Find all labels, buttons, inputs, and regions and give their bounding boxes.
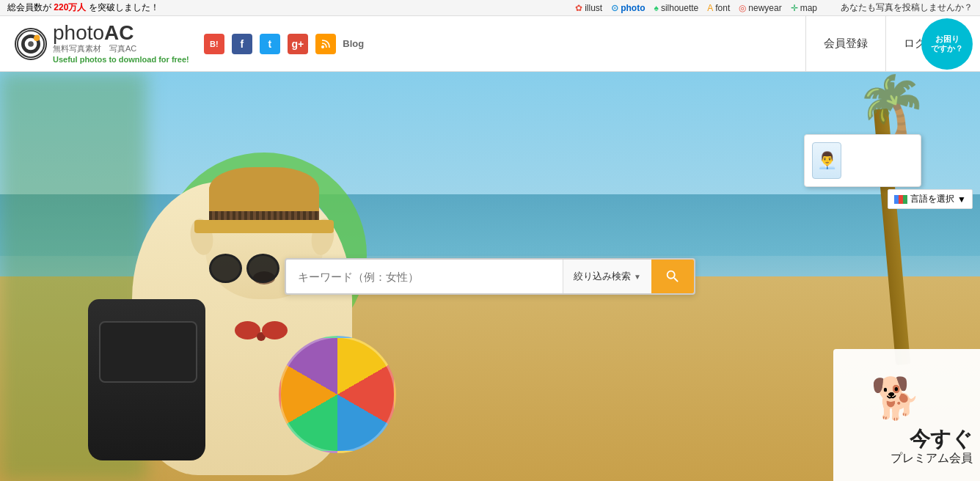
svg-point-1 (23, 37, 37, 51)
nav-newyear-link[interactable]: ◎ newyear (739, 3, 781, 13)
bow-tie (235, 321, 288, 342)
register-button[interactable]: 会員登録 (805, 16, 885, 72)
logo-name: photoAC (53, 23, 189, 43)
premium-banner[interactable]: 🐕 今すぐ プレミアム会員 (833, 349, 980, 481)
facebook-button[interactable]: f (232, 34, 252, 54)
beach-ball (279, 336, 396, 453)
map-icon: ✛ (791, 3, 798, 13)
nav-illust-link[interactable]: ✿ illust (575, 3, 602, 13)
sunglasses (209, 254, 279, 283)
glass-right (246, 254, 279, 283)
help-popup-inner: 👨‍💼 (812, 142, 913, 179)
social-links: B! f t g+ Blog (204, 34, 364, 54)
helper-avatar: 👨‍💼 (812, 142, 841, 179)
logo-area[interactable]: photoAC 無料写真素材 写真AC Useful photos to dow… (15, 23, 189, 65)
announcement-text: 総会員数が 220万人 を突破しました！ (7, 1, 575, 14)
hero-area: 🌴 絞り込み検索 👨‍💼 言語を選択 ▼ (0, 72, 980, 481)
logo-text-area: photoAC 無料写真素材 写真AC Useful photos to dow… (53, 23, 189, 65)
google-translate-icon (894, 195, 907, 204)
svg-point-2 (28, 41, 34, 47)
silhouette-icon: ♠ (654, 3, 659, 13)
rss-button[interactable] (315, 34, 336, 54)
language-selector[interactable]: 言語を選択 ▼ (888, 189, 973, 209)
nav-silhouette-link[interactable]: ♠ silhouette (654, 3, 699, 13)
logo-subtitle: 無料写真素材 写真AC Useful photos to download fo… (53, 43, 189, 65)
nav-map-link[interactable]: ✛ map (791, 3, 817, 13)
upload-link[interactable]: あなたも写真を投稿しませんか？ (841, 1, 973, 14)
svg-rect-7 (903, 195, 907, 204)
palm-tree: 🌴 (848, 72, 936, 365)
svg-point-3 (34, 34, 40, 40)
premium-dog: 🐕 (871, 375, 921, 422)
logo-icon (15, 28, 47, 60)
search-icon (665, 268, 681, 284)
help-button[interactable]: お困り ですか？ (921, 18, 973, 70)
search-input[interactable] (286, 260, 563, 293)
header: photoAC 無料写真素材 写真AC Useful photos to dow… (0, 16, 980, 72)
photo-icon: ⊙ (611, 3, 618, 13)
svg-rect-6 (899, 195, 903, 204)
dog-hat (194, 167, 334, 233)
svg-rect-5 (894, 195, 899, 204)
filter-button[interactable]: 絞り込み検索 (563, 260, 651, 293)
nav-photo-link[interactable]: ⊙ photo (611, 3, 645, 13)
glass-left (209, 254, 242, 283)
backpack (88, 299, 205, 460)
font-icon: A (707, 3, 713, 13)
search-box: 絞り込み検索 (285, 258, 695, 295)
help-popup: 👨‍💼 (804, 134, 921, 187)
googleplus-button[interactable]: g+ (288, 34, 308, 54)
twitter-button[interactable]: t (260, 34, 280, 54)
illust-icon: ✿ (575, 3, 582, 13)
top-nav-links: ✿ illust ⊙ photo ♠ silhouette A font ◎ n… (575, 1, 973, 14)
newyear-icon: ◎ (739, 3, 746, 13)
premium-text: 今すぐ プレミアム会員 (891, 428, 973, 466)
search-button[interactable] (651, 260, 694, 293)
svg-point-0 (18, 30, 44, 56)
blog-button[interactable]: Blog (343, 34, 364, 54)
hatena-bookmark-button[interactable]: B! (204, 34, 224, 54)
svg-point-4 (321, 45, 324, 48)
search-container: 絞り込み検索 (285, 258, 695, 295)
top-bar: 総会員数が 220万人 を突破しました！ ✿ illust ⊙ photo ♠ … (0, 0, 980, 16)
nav-font-link[interactable]: A font (707, 3, 730, 13)
